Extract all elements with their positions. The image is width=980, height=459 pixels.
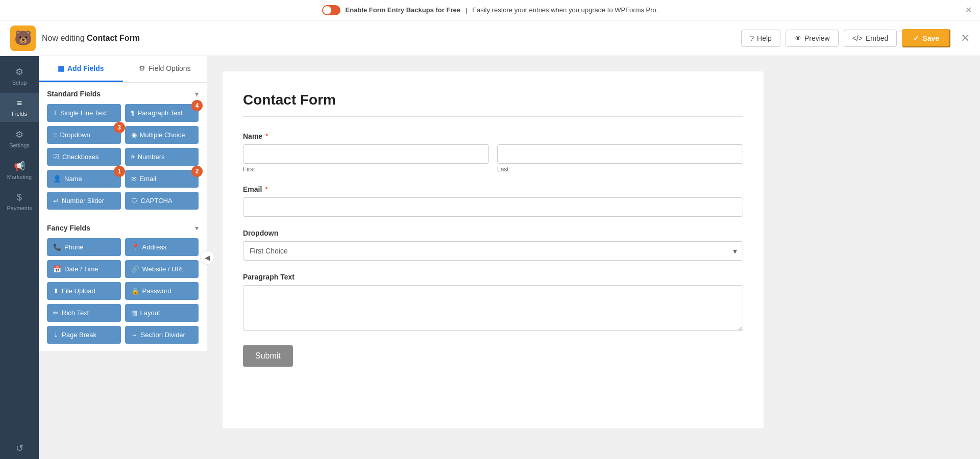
sidebar-item-fields[interactable]: ≡ Fields	[0, 93, 39, 122]
marketing-label: Marketing	[7, 174, 32, 180]
name-label: Name	[64, 175, 82, 183]
fields-label: Fields	[12, 111, 27, 117]
sidebar-item-settings[interactable]: ⚙ Settings	[0, 124, 39, 154]
top-notification-bar: Enable Form Entry Backups for Free | Eas…	[0, 0, 980, 20]
page-break-label: Page Break	[62, 331, 96, 339]
paragraph-textarea[interactable]	[243, 285, 743, 331]
address-icon: 📍	[131, 243, 139, 251]
standard-fields-header[interactable]: Standard Fields ▾	[47, 90, 199, 98]
paragraph-text-badge: 4	[191, 100, 203, 111]
form-canvas: Contact Form Name * First Last	[207, 56, 980, 459]
name-required-indicator: *	[265, 132, 268, 140]
checkboxes-label: Checkboxes	[62, 153, 99, 161]
tab-add-fields[interactable]: ▦ Add Fields	[39, 56, 123, 82]
add-fields-label: Add Fields	[67, 64, 104, 72]
dropdown-select[interactable]: First Choice	[243, 241, 743, 261]
field-file-upload[interactable]: ⬆ File Upload	[47, 282, 121, 300]
field-layout[interactable]: ▦ Layout	[125, 304, 199, 322]
field-website-url[interactable]: 🔗 Website / URL	[125, 260, 199, 278]
field-numbers[interactable]: # Numbers	[125, 148, 199, 166]
standard-fields-title: Standard Fields	[47, 90, 101, 98]
field-rich-text[interactable]: ✏ Rich Text	[47, 304, 121, 322]
field-paragraph-text[interactable]: ¶ Paragraph Text 4	[125, 104, 199, 122]
field-checkboxes[interactable]: ☑ Checkboxes	[47, 148, 121, 166]
fancy-fields-title: Fancy Fields	[47, 224, 90, 232]
form-name-heading: Contact Form	[87, 34, 140, 42]
section-divider-label: Section Divider	[141, 331, 185, 339]
field-number-slider[interactable]: ⇌ Number Slider	[47, 192, 121, 210]
field-date-time[interactable]: 📅 Date / Time	[47, 260, 121, 278]
name-row: First Last	[243, 144, 743, 173]
field-options-label: Field Options	[149, 64, 190, 72]
name-badge: 1	[114, 166, 125, 177]
section-divider-icon: ↔	[131, 331, 138, 339]
sidebar-item-history[interactable]: ↺	[0, 438, 39, 459]
layout-icon: ▦	[131, 309, 137, 317]
standard-fields-section: Standard Fields ▾ T Single Line Text ¶ P…	[39, 83, 207, 217]
dropdown-badge: 3	[114, 122, 125, 133]
preview-button[interactable]: 👁 Preview	[786, 30, 839, 47]
name-first-sub: First	[243, 144, 489, 173]
field-page-break[interactable]: ⤓ Page Break	[47, 326, 121, 344]
sidebar-item-payments[interactable]: $ Payments	[0, 187, 39, 216]
field-dropdown[interactable]: ≡ Dropdown 3	[47, 126, 121, 144]
field-multiple-choice[interactable]: ◉ Multiple Choice	[125, 126, 199, 144]
name-last-input[interactable]	[497, 144, 743, 164]
single-line-text-label: Single Line Text	[60, 109, 107, 117]
tab-field-options[interactable]: ⚙ Field Options	[123, 56, 207, 82]
panel-collapse-button[interactable]: ◀	[200, 250, 214, 265]
name-field-label: Name *	[243, 132, 743, 140]
header-close-icon[interactable]: ✕	[961, 32, 970, 45]
paragraph-text-label: Paragraph Text	[137, 109, 182, 117]
payments-label: Payments	[7, 205, 32, 211]
save-button[interactable]: ✓ Save	[902, 29, 950, 47]
help-icon: ?	[750, 34, 754, 42]
field-email[interactable]: ✉ Email 2	[125, 170, 199, 188]
email-field-label: Email *	[243, 185, 743, 193]
dropdown-field-label: Dropdown	[243, 229, 743, 237]
sidebar-item-marketing[interactable]: 📢 Marketing	[0, 156, 39, 185]
backup-toggle[interactable]	[322, 5, 340, 15]
editing-label: Now editing Contact Form	[42, 34, 140, 43]
numbers-icon: #	[131, 153, 135, 161]
toggle-label: Enable Form Entry Backups for Free	[346, 6, 460, 14]
form-card: Contact Form Name * First Last	[223, 71, 764, 428]
field-address[interactable]: 📍 Address	[125, 238, 199, 256]
website-url-icon: 🔗	[131, 265, 139, 273]
submit-button[interactable]: Submit	[243, 345, 293, 367]
field-captcha[interactable]: 🛡 CAPTCHA	[125, 192, 199, 210]
form-title: Contact Form	[243, 92, 743, 117]
sidebar-item-setup[interactable]: ⚙ Setup	[0, 61, 39, 91]
field-section-divider[interactable]: ↔ Section Divider	[125, 326, 199, 344]
panel-tabs: ▦ Add Fields ⚙ Field Options	[39, 56, 207, 83]
standard-fields-chevron: ▾	[195, 90, 199, 98]
name-field: Name * First Last	[243, 132, 743, 173]
embed-label: Embed	[866, 34, 888, 42]
email-input[interactable]	[243, 197, 743, 217]
save-check-icon: ✓	[913, 34, 919, 42]
name-last-sublabel: Last	[497, 166, 743, 173]
field-name[interactable]: 👤 Name 1	[47, 170, 121, 188]
header-right: ? Help 👁 Preview </> Embed ✓ Save ✕	[741, 29, 970, 47]
wpforms-logo: 🐻	[10, 26, 36, 51]
fancy-fields-header[interactable]: Fancy Fields ▾	[47, 224, 199, 232]
embed-button[interactable]: </> Embed	[844, 30, 897, 47]
field-single-line-text[interactable]: T Single Line Text	[47, 104, 121, 122]
name-last-sub: Last	[497, 144, 743, 173]
fields-panel: ▦ Add Fields ⚙ Field Options Standard Fi…	[39, 56, 207, 351]
name-first-input[interactable]	[243, 144, 489, 164]
add-fields-icon: ▦	[58, 64, 64, 72]
field-phone[interactable]: 📞 Phone	[47, 238, 121, 256]
save-label: Save	[922, 34, 939, 42]
numbers-label: Numbers	[138, 153, 165, 161]
dropdown-select-wrap: First Choice	[243, 241, 743, 261]
field-password[interactable]: 🔒 Password	[125, 282, 199, 300]
paragraph-text-field-label: Paragraph Text	[243, 273, 743, 281]
help-button[interactable]: ? Help	[741, 30, 780, 47]
topbar-close-icon[interactable]: ✕	[965, 5, 972, 15]
dropdown-field: Dropdown First Choice	[243, 229, 743, 261]
header-left: 🐻 Now editing Contact Form	[10, 26, 140, 51]
single-line-text-icon: T	[53, 109, 57, 117]
fancy-fields-chevron: ▾	[195, 224, 199, 232]
toggle-separator: |	[465, 6, 467, 14]
